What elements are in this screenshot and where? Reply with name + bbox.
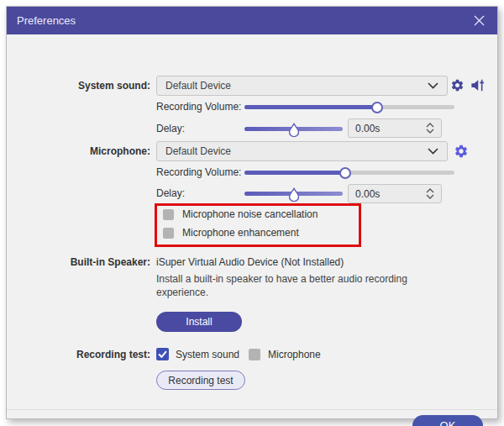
system-delay-slider[interactable] [244,127,343,131]
slider-drop-handle[interactable] [288,187,299,202]
noise-cancellation-checkbox[interactable] [163,209,174,220]
slider-handle[interactable] [371,102,383,113]
close-icon[interactable] [470,13,487,29]
spinner-up-icon[interactable] [426,123,434,128]
system-sound-device-value: Default Device [165,80,428,92]
window-title: Preferences [17,14,470,27]
system-sound-device-select[interactable]: Default Device [156,76,448,96]
mic-recording-volume-label: Recording Volume: [156,166,241,179]
system-recording-volume-label: Recording Volume: [156,101,241,113]
footer-divider [7,409,497,410]
test-microphone-label: Microphone [268,349,321,361]
mic-delay-slider[interactable] [244,192,343,196]
system-delay-value: 0.00s [355,123,426,134]
preferences-dialog: Preferences System sound: Default Device… [6,6,498,419]
slider-fill [244,171,345,175]
system-delay-label: Delay: [156,123,185,135]
ok-button[interactable]: OK [412,415,483,426]
speaker-volume-icon[interactable] [470,77,486,93]
chevron-down-icon [428,82,438,89]
titlebar: Preferences [7,7,497,34]
chevron-down-icon [428,148,438,155]
microphone-device-value: Default Device [165,145,428,157]
install-button[interactable]: Install [156,312,242,332]
recording-test-label: Recording test: [7,349,150,361]
mic-recording-volume-slider[interactable] [244,171,454,175]
builtin-speaker-description: Install a built-in speaker to have a bet… [156,273,418,299]
spinner-up-icon[interactable] [426,188,434,193]
test-system-sound-label: System sound [176,349,239,361]
spinner-down-icon[interactable] [426,194,434,199]
microphone-label: Microphone: [7,141,150,161]
microphone-device-select[interactable]: Default Device [156,141,448,161]
system-delay-spinner[interactable]: 0.00s [348,118,442,138]
spinner-down-icon[interactable] [426,129,434,134]
noise-cancellation-label: Microphone noise cancellation [182,208,318,221]
slider-handle[interactable] [339,167,351,179]
mic-delay-value: 0.00s [355,188,426,200]
system-sound-label: System sound: [7,76,150,96]
mic-delay-label: Delay: [156,187,185,200]
test-system-sound-checkbox[interactable] [156,348,169,360]
slider-fill [244,105,377,109]
test-microphone-checkbox[interactable] [249,349,260,360]
system-sound-settings-gear-icon[interactable] [450,78,465,92]
mic-enhancement-checkbox[interactable] [163,228,174,239]
builtin-speaker-label: Built-in Speaker: [7,256,150,269]
builtin-speaker-device: iSuper Virtual Audio Device (Not Install… [156,256,344,269]
slider-drop-handle[interactable] [288,123,299,137]
dialog-content: System sound: Default Device Recording V… [7,34,497,418]
microphone-settings-gear-icon[interactable] [454,144,469,159]
recording-test-button[interactable]: Recording test [156,371,245,390]
mic-delay-spinner[interactable]: 0.00s [348,184,442,203]
check-icon [158,350,167,358]
mic-enhancement-label: Microphone enhancement [182,227,299,239]
system-recording-volume-slider[interactable] [244,105,454,109]
